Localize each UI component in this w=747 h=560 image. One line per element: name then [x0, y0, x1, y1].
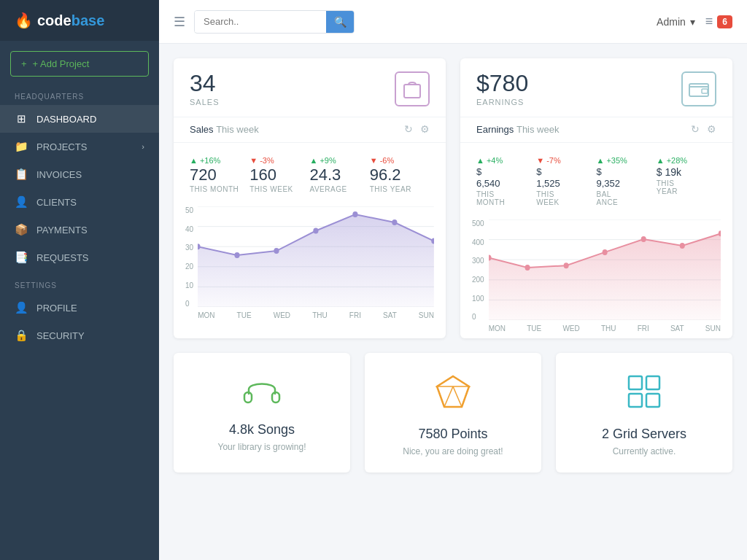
sales-chart-container: 50 40 30 20 10 0 [174, 206, 446, 325]
logo-icon: 🔥 [15, 12, 33, 29]
earnings-metric-month-value: $6,540 [476, 166, 500, 189]
sidebar-item-dashboard[interactable]: ⊞ DASHBOARD [0, 105, 159, 133]
refresh-icon[interactable]: ↻ [404, 123, 413, 135]
logo-text: codebase [37, 12, 104, 29]
svg-marker-32 [437, 376, 469, 386]
earnings-metric-week-value: $1,525 [536, 166, 560, 189]
earnings-card-header: $780 EARNINGS [460, 58, 732, 117]
sidebar-item-invoices[interactable]: 📋 INVOICES [0, 160, 159, 188]
earnings-metric-month-change: ▲ +4% [476, 156, 503, 165]
sidebar-item-profile[interactable]: 👤 PROFILE [0, 294, 159, 322]
add-project-plus-icon: + [21, 58, 27, 69]
sales-metric-avg-value: 24.3 [310, 166, 341, 184]
svg-line-33 [437, 386, 444, 407]
sidebar-section-settings: SETTINGS [0, 271, 159, 294]
chevron-right-icon: › [142, 142, 144, 151]
sales-metrics-row: ▲ +16% 720 THIS MONTH ▼ -3% 160 THIS WEE… [174, 143, 446, 206]
earnings-metric-week-change: ▼ -7% [536, 156, 561, 165]
sales-chart-svg [198, 206, 434, 307]
add-project-button[interactable]: + + Add Project [10, 51, 149, 77]
sales-card-header: 34 SALES [174, 58, 446, 117]
servers-title: 2 Grid Servers [602, 427, 686, 442]
earnings-metric-balance-value: $9,352 [597, 166, 621, 189]
servers-desc: Currently active. [613, 446, 676, 456]
earnings-metric-balance: ▲ +35% $9,352 BALANCE [597, 153, 657, 209]
earnings-metric-year-desc: THISYEAR [657, 179, 678, 195]
ex-label-sun: SUN [705, 324, 721, 332]
sidebar-item-security[interactable]: 🔒 SECURITY [0, 322, 159, 349]
svg-rect-15 [702, 89, 708, 93]
earnings-chart-container: 500 400 300 200 100 0 [460, 219, 732, 338]
sidebar-item-requests[interactable]: 📑 REQUESTS [0, 244, 159, 271]
sales-card: 34 SALES Sales This week [174, 58, 446, 338]
search-input[interactable] [195, 11, 326, 32]
earnings-metric-year-value: $ 19k [657, 166, 681, 178]
admin-dropdown[interactable]: Admin ▾ [657, 16, 695, 28]
svg-rect-38 [646, 376, 659, 389]
bottom-row: 4.8k Songs Your library is growing! 7580… [174, 353, 732, 472]
chevron-down-icon: ▾ [690, 16, 695, 28]
hamburger-icon[interactable]: ☰ [174, 14, 185, 30]
songs-title: 4.8k Songs [229, 422, 295, 438]
y-label-500: 500 [472, 219, 484, 228]
earnings-refresh-icon[interactable]: ↻ [691, 123, 700, 135]
requests-icon: 📑 [15, 251, 28, 264]
sales-metric-week-change: ▼ -3% [249, 156, 274, 165]
sales-number: 34 [190, 71, 219, 95]
svg-point-24 [563, 262, 568, 268]
earnings-metric-week: ▼ -7% $1,525 THISWEEK [536, 153, 596, 209]
earnings-card: $780 EARNINGS Earnings This we [460, 58, 732, 338]
dashboard: 34 SALES Sales This week [159, 44, 747, 560]
sales-metric-month-change: ▲ +16% [190, 156, 220, 165]
y-label-0: 0 [185, 300, 193, 308]
sales-metric-year: ▼ -6% 96.2 THIS YEAR [370, 153, 430, 196]
sales-subtitle-icons: ↻ ⚙ [404, 123, 430, 135]
ex-label-thu: THU [601, 324, 616, 332]
sales-metric-month-desc: THIS MONTH [190, 185, 239, 193]
sidebar-item-clients[interactable]: 👤 CLIENTS [0, 188, 159, 216]
sidebar-item-payments[interactable]: 📦 PAYMENTS [0, 216, 159, 244]
add-project-label: + Add Project [33, 58, 90, 69]
earnings-wallet-icon [681, 71, 716, 106]
sales-metric-avg-change: ▲ +9% [310, 156, 336, 165]
sales-label: SALES [190, 98, 219, 106]
x-label-thu: THU [312, 311, 328, 319]
headphones-icon [243, 373, 281, 412]
sidebar-item-label: REQUESTS [36, 252, 89, 263]
sidebar-item-label: SECURITY [36, 330, 85, 341]
sidebar-item-label: INVOICES [36, 169, 82, 180]
search-box: 🔍 [194, 10, 355, 34]
earnings-subtitle-text: Earnings This week [476, 124, 559, 135]
earnings-settings-icon[interactable]: ⚙ [707, 123, 716, 135]
earnings-subtitle-main: Earnings [476, 124, 514, 135]
earnings-chart-y-axis: 500 400 300 200 100 0 [472, 219, 489, 332]
security-icon: 🔒 [15, 329, 28, 342]
ex-label-tue: TUE [527, 324, 541, 332]
notification-button[interactable]: ≡ 6 [705, 14, 732, 29]
sales-metric-week-value: 160 [249, 166, 276, 184]
sales-chart: 50 40 30 20 10 0 [185, 206, 434, 319]
earnings-card-header-left: $780 EARNINGS [476, 71, 528, 106]
sidebar-item-projects[interactable]: 📁 PROJECTS › [0, 133, 159, 160]
points-title: 7580 Points [418, 427, 487, 442]
sales-chart-y-axis: 50 40 30 20 10 0 [185, 206, 198, 319]
earnings-number: $780 [476, 71, 528, 95]
sales-chart-x-axis: MON TUE WED THU FRI SAT SUN [198, 311, 434, 319]
y-label-10: 10 [185, 281, 193, 289]
sales-metric-month: ▲ +16% 720 THIS MONTH [190, 153, 249, 196]
sales-chart-area: MON TUE WED THU FRI SAT SUN [198, 206, 434, 319]
ex-label-sat: SAT [670, 324, 684, 332]
admin-label: Admin [657, 16, 686, 28]
profile-icon: 👤 [15, 301, 28, 314]
points-card: 7580 Points Nice, you are doing great! [365, 353, 541, 472]
settings-icon[interactable]: ⚙ [420, 123, 430, 135]
header-right: Admin ▾ ≡ 6 [657, 14, 732, 29]
earnings-chart: 500 400 300 200 100 0 [472, 219, 721, 332]
search-button[interactable]: 🔍 [326, 11, 355, 33]
svg-line-34 [462, 386, 469, 407]
earnings-metric-month: ▲ +4% $6,540 THISMONTH [476, 153, 536, 209]
earnings-chart-svg [489, 219, 721, 320]
sales-metric-year-value: 96.2 [370, 166, 401, 184]
sidebar-item-label: PROJECTS [36, 141, 87, 152]
invoices-icon: 📋 [15, 168, 28, 181]
